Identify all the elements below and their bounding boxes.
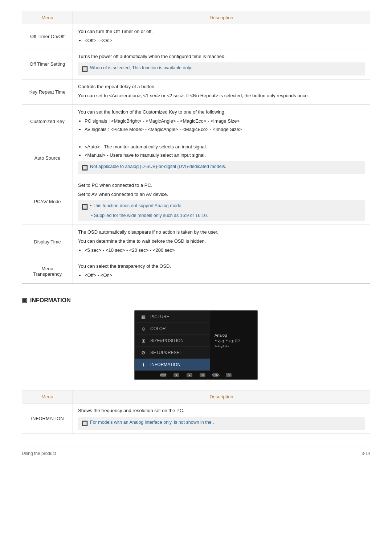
setup-reset-table: Menu Description Off Timer On/OffYou can…	[22, 11, 370, 284]
osd-right-line: ****x****	[215, 345, 229, 349]
osd-menu-item: ℹINFORMATION	[135, 359, 210, 371]
osd-item-label: SIZE&POSITION	[150, 338, 184, 343]
footer-left: Using the product	[22, 451, 56, 456]
note-text: Not applicable to analog (D-SUB)-or-digi…	[90, 163, 226, 170]
note-icon: 🔲	[82, 65, 88, 73]
osd-item-icon: ⊞	[140, 337, 147, 344]
desc-cell: Shows the frequency and resolution set o…	[73, 403, 370, 434]
osd-item-label: PICTURE	[150, 314, 170, 319]
desc-cell: Turns the power off automatically when t…	[73, 49, 370, 79]
menu-header2: Menu	[22, 390, 73, 403]
btn-icon: ▼	[173, 373, 179, 377]
osd-item-label: SETUP&RESET	[150, 350, 182, 355]
desc-cell: You can set the function of the Customiz…	[73, 105, 370, 138]
menu-cell: PC/AV Mode	[22, 178, 73, 225]
information-heading: ▣ INFORMATION	[22, 297, 370, 304]
osd-item-label: INFORMATION	[150, 362, 180, 367]
note-box: 🔲Not applicable to analog (D-SUB)-or-dig…	[78, 161, 365, 174]
bullet-item: PC signals : <MagicBright> - <MagicAngle…	[85, 118, 365, 125]
note-icon: 🔲	[82, 203, 88, 211]
osd-menu-item: ⊞SIZE&POSITION	[135, 335, 210, 347]
bullet-item: <Auto> - The monitor automatically selec…	[85, 143, 365, 151]
menu-cell: Off Timer On/Off	[22, 24, 73, 49]
osd-bottom-btn: ▲	[187, 373, 192, 377]
osd-menu-item: ⚙SETUP&RESET	[135, 347, 210, 359]
footer-right: 3-14	[362, 451, 370, 456]
osd-bottom-btn: AUTO	[213, 373, 219, 377]
information-title: INFORMATION	[30, 297, 71, 304]
osd-item-icon: ⊙	[140, 325, 147, 332]
note-text: When of is selected, This function is av…	[90, 65, 192, 71]
menu-cell: Customized Key	[22, 105, 73, 138]
note-box-multi: 🔲• This function does not support Analog…	[78, 200, 365, 221]
note-box: 🔲When of is selected, This function is a…	[78, 62, 365, 75]
btn-icon: EXIT	[160, 373, 166, 377]
osd-bottom-btn: ▼	[173, 373, 179, 377]
note-text: • Supplied for the wide models only such…	[91, 212, 208, 219]
bullet-item: <Manual> - Users have to manually select…	[85, 152, 365, 159]
btn-icon: AUTO	[213, 373, 219, 377]
bullet-item: <Off> - <On>	[85, 37, 365, 45]
note-box: 🔲For models with an Analog interface onl…	[78, 417, 365, 430]
osd-bottom-btn: EXIT	[160, 373, 166, 377]
menu-cell: Display Time	[22, 225, 73, 259]
btn-icon: ▲	[187, 373, 192, 377]
bullet-item: AV signals : <Picture Mode> - <MagicAngl…	[85, 126, 365, 134]
menu-cell: Menu Transparency	[22, 259, 73, 284]
menu-cell: Auto Source	[22, 138, 73, 178]
note-icon: 🔲	[82, 419, 88, 427]
bullet-item: <5 sec> - <10 sec> - <20 sec> - <200 sec…	[85, 247, 365, 254]
desc-cell: You can select the transparency of the O…	[73, 259, 370, 284]
osd-menu-item: ⊙COLOR	[135, 323, 210, 335]
osd-item-icon: ⚙	[140, 349, 147, 356]
desc-header: Description	[73, 11, 370, 24]
btn-icon: ⊙	[226, 373, 232, 377]
desc-cell: You can turn the Off Timer on or off.<Of…	[73, 24, 370, 49]
menu-cell: Key Repeat Time	[22, 79, 73, 105]
btn-icon: ⊟	[200, 373, 205, 377]
information-icon: ▣	[22, 297, 27, 304]
bullet-item: <Off> - <On>	[85, 272, 365, 279]
note-text: For models with an Analog interface only…	[90, 419, 214, 426]
desc-cell: Controls the repeat delay of a button.Yo…	[73, 79, 370, 105]
menu-cell: INFORMATION	[22, 403, 73, 434]
osd-bottom-btn: ⊙	[226, 373, 232, 377]
desc-cell: <Auto> - The monitor automatically selec…	[73, 138, 370, 178]
desc-cell: The OSD automatically disappears if no a…	[73, 225, 370, 259]
osd-bottom-btn: ⊟	[200, 373, 205, 377]
osd-right-panel: Analog**kHz **Hz PP****x****	[210, 311, 257, 371]
osd-right-line: **kHz **Hz PP	[215, 339, 240, 343]
osd-bottom-bar: EXIT▼▲⊟AUTO⊙	[135, 371, 257, 379]
menu-header: Menu	[22, 11, 73, 24]
osd-right-line: Analog	[215, 333, 227, 337]
osd-item-icon: ▦	[140, 313, 147, 320]
desc-cell: Set to PC when connected to a PC.Set to …	[73, 178, 370, 225]
osd-menu-item: ▦PICTURE	[135, 311, 210, 323]
osd-box: ▦PICTURE⊙COLOR⊞SIZE&POSITION⚙SETUP&RESET…	[134, 310, 258, 380]
page-footer: Using the product 3-14	[22, 447, 370, 456]
osd-image: ▦PICTURE⊙COLOR⊞SIZE&POSITION⚙SETUP&RESET…	[22, 310, 370, 380]
osd-item-label: COLOR	[150, 326, 166, 331]
menu-cell: Off Timer Setting	[22, 49, 73, 79]
desc-header2: Description	[73, 390, 370, 403]
note-text: • This function does not support Analog …	[90, 202, 183, 209]
note-icon: 🔲	[82, 164, 88, 172]
osd-item-icon: ℹ	[140, 361, 147, 368]
information-table: Menu Description INFORMATIONShows the fr…	[22, 390, 370, 434]
